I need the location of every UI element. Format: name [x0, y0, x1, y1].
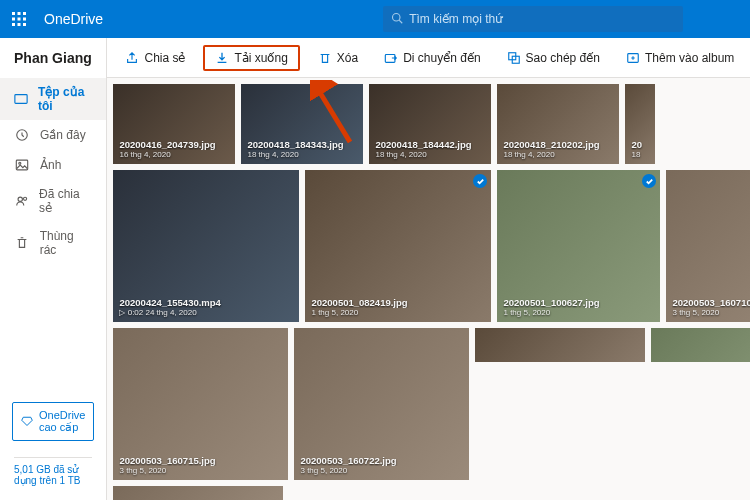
file-date: 3 thg 5, 2020: [300, 466, 463, 475]
file-name: 20200418_210202.jpg: [503, 139, 613, 150]
file-name: 20200503_160722.jpg: [300, 455, 463, 466]
selected-check-icon: [642, 174, 656, 188]
file-date: 18 thg 4, 2020: [247, 150, 357, 159]
photo-tile[interactable]: 20200418_184343.jpg18 thg 4, 2020: [241, 84, 363, 164]
svg-rect-3: [12, 18, 15, 21]
photo-tile[interactable]: [651, 328, 750, 362]
file-name: 20200501_082419.jpg: [311, 297, 485, 308]
button-label: Chia sẻ: [144, 51, 185, 65]
sidebar-item-label: Thùng rác: [40, 229, 93, 257]
trash-icon: [14, 235, 30, 251]
app-launcher-icon[interactable]: [0, 0, 38, 38]
svg-rect-8: [23, 23, 26, 26]
photo-tile[interactable]: 20200503_160715.jpg3 thg 5, 2020: [113, 328, 288, 480]
photo-icon: [14, 157, 30, 173]
photo-tile[interactable]: 20200418_210202.jpg18 thg 4, 2020: [497, 84, 619, 164]
svg-rect-5: [23, 18, 26, 21]
main: Phan Giang Tệp của tôi Gần đây Ảnh Đã ch…: [0, 38, 750, 500]
photo-tile[interactable]: 20200418_184442.jpg18 thg 4, 2020: [369, 84, 491, 164]
svg-point-15: [18, 197, 22, 201]
sidebar-item-trash[interactable]: Thùng rác: [0, 222, 106, 264]
file-date: 18 thg 4, 2020: [503, 150, 613, 159]
video-tile[interactable]: 20200424_155430.mp4▷ 0:02 24 thg 4, 2020: [113, 170, 299, 322]
sidebar-item-label: Gần đây: [40, 128, 86, 142]
button-label: Di chuyển đến: [403, 51, 480, 65]
file-date: 18 thg 4, 2020: [375, 150, 485, 159]
file-date: 16 thg 4, 2020: [119, 150, 229, 159]
storage-text: 5,01 GB đã sử dụng trên 1 TB: [14, 464, 80, 486]
nav: Tệp của tôi Gần đây Ảnh Đã chia sẻ Thùng…: [0, 78, 106, 394]
svg-rect-1: [18, 12, 21, 15]
search-box[interactable]: [383, 6, 683, 32]
photo-tile[interactable]: 2018: [625, 84, 655, 164]
svg-line-10: [399, 20, 402, 23]
button-label: Xóa: [337, 51, 358, 65]
sidebar-item-myfiles[interactable]: Tệp của tôi: [0, 78, 106, 120]
svg-point-16: [23, 197, 26, 200]
svg-rect-4: [18, 18, 21, 21]
selected-check-icon: [473, 174, 487, 188]
button-label: Thêm vào album: [645, 51, 734, 65]
copyto-button[interactable]: Sao chép đến: [499, 47, 608, 69]
photo-tile[interactable]: 20200416_204739.jpg16 thg 4, 2020: [113, 84, 235, 164]
file-name: 20200501_100627.jpg: [503, 297, 654, 308]
search-input[interactable]: [409, 12, 675, 26]
file-date: 3 thg 5, 2020: [672, 308, 750, 317]
photo-tile[interactable]: 20200501_082419.jpg1 thg 5, 2020: [305, 170, 491, 322]
svg-rect-13: [16, 160, 27, 170]
file-name: 20200418_184442.jpg: [375, 139, 485, 150]
file-name: 20200418_184343.jpg: [247, 139, 357, 150]
file-name: 20200503_160710.jpg: [672, 297, 750, 308]
moveto-button[interactable]: Di chuyển đến: [376, 47, 488, 69]
content: Chia sẻ Tải xuống Xóa Di chuyển đến Sao …: [107, 38, 750, 500]
file-date: ▷ 0:02 24 thg 4, 2020: [119, 308, 293, 317]
photo-tile[interactable]: 20200503_160722.jpg3 thg 5, 2020: [294, 328, 469, 480]
sidebar: Phan Giang Tệp của tôi Gần đây Ảnh Đã ch…: [0, 38, 107, 500]
photo-grid: 20200416_204739.jpg16 thg 4, 2020 202004…: [107, 78, 750, 500]
svg-rect-2: [23, 12, 26, 15]
upsell-label: OneDrive cao cấp: [39, 409, 85, 434]
sidebar-item-photos[interactable]: Ảnh: [0, 150, 106, 180]
sidebar-item-label: Đã chia sẻ: [39, 187, 92, 215]
photo-tile[interactable]: 20200501_100627.jpg1 thg 5, 2020: [497, 170, 660, 322]
photo-tile[interactable]: [113, 486, 283, 500]
file-name: 20200416_204739.jpg: [119, 139, 229, 150]
file-name: 20200424_155430.mp4: [119, 297, 293, 308]
svg-point-14: [19, 162, 21, 164]
svg-rect-11: [15, 95, 27, 104]
sidebar-item-shared[interactable]: Đã chia sẻ: [0, 180, 106, 222]
svg-rect-6: [12, 23, 15, 26]
clock-icon: [14, 127, 30, 143]
file-name: 20200503_160715.jpg: [119, 455, 282, 466]
toolbar: Chia sẻ Tải xuống Xóa Di chuyển đến Sao …: [107, 38, 750, 78]
file-date: 18: [631, 150, 649, 159]
svg-point-9: [393, 14, 401, 22]
diamond-icon: [21, 415, 33, 429]
button-label: Sao chép đến: [526, 51, 600, 65]
file-date: 1 thg 5, 2020: [311, 308, 485, 317]
addalbum-button[interactable]: Thêm vào album: [618, 47, 742, 69]
brand-label: OneDrive: [38, 11, 103, 27]
folder-icon: [14, 91, 28, 107]
file-date: 3 thg 5, 2020: [119, 466, 282, 475]
delete-button[interactable]: Xóa: [310, 47, 366, 69]
app-header: OneDrive: [0, 0, 750, 38]
svg-rect-0: [12, 12, 15, 15]
search-icon: [391, 10, 403, 28]
photo-tile[interactable]: 20200503_160710.jpg3 thg 5, 2020: [666, 170, 750, 322]
user-name: Phan Giang: [0, 38, 106, 78]
share-button[interactable]: Chia sẻ: [117, 47, 193, 69]
photo-tile[interactable]: [475, 328, 645, 362]
file-date: 1 thg 5, 2020: [503, 308, 654, 317]
button-label: Tải xuống: [234, 51, 287, 65]
sidebar-item-label: Tệp của tôi: [38, 85, 92, 113]
upsell-button[interactable]: OneDrive cao cấp: [12, 402, 94, 441]
sidebar-item-recent[interactable]: Gần đây: [0, 120, 106, 150]
svg-rect-7: [18, 23, 21, 26]
file-name: 20: [631, 139, 649, 150]
storage-info: 5,01 GB đã sử dụng trên 1 TB: [0, 449, 106, 500]
sidebar-item-label: Ảnh: [40, 158, 61, 172]
download-button[interactable]: Tải xuống: [203, 45, 299, 71]
people-icon: [14, 193, 29, 209]
